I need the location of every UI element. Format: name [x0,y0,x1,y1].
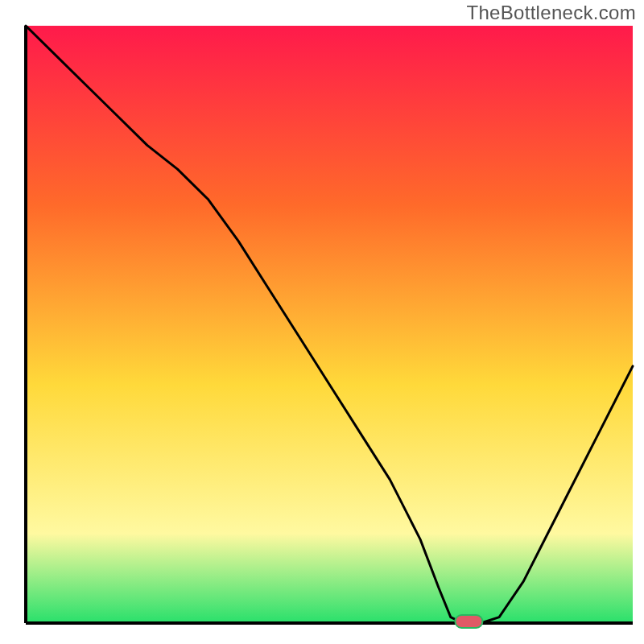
chart-container: TheBottleneck.com [0,0,644,644]
bottleneck-chart-svg [0,0,644,644]
optimal-marker [455,615,482,628]
